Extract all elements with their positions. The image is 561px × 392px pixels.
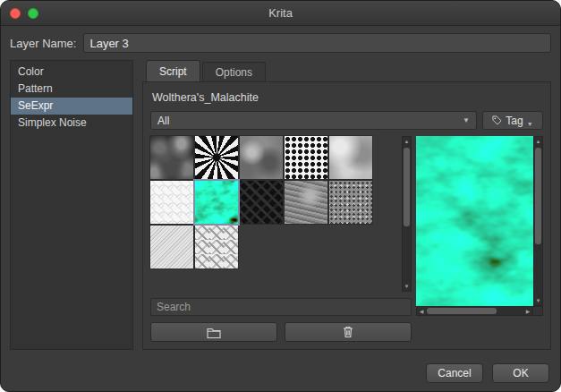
scroll-down-arrow-icon[interactable]: ▼ <box>403 282 411 291</box>
scroll-track[interactable] <box>534 146 542 296</box>
tag-filter-value: All <box>157 115 169 127</box>
main-area: Color Pattern SeExpr Simplex Noise Scrip… <box>1 60 560 355</box>
chevron-down-icon: ▼ <box>463 117 470 124</box>
pattern-thumbnail-herringbone[interactable] <box>195 226 238 268</box>
scrollbar-corner <box>533 306 543 316</box>
pattern-grid-vertical-scrollbar[interactable]: ▲ ▼ <box>402 136 412 292</box>
window-controls <box>10 1 38 25</box>
dialog-footer: Cancel OK <box>1 355 560 391</box>
tag-button[interactable]: Tag ▼ <box>482 111 543 130</box>
ok-button[interactable]: OK <box>492 363 549 383</box>
delete-resource-button[interactable] <box>285 322 412 342</box>
scroll-track[interactable] <box>426 307 523 315</box>
pattern-search-field[interactable] <box>150 298 412 316</box>
titlebar[interactable]: Krita <box>1 1 560 26</box>
trash-icon <box>343 326 353 338</box>
scroll-track[interactable] <box>403 146 411 282</box>
pattern-thumbnail-gray-clouds[interactable] <box>329 136 372 179</box>
pattern-preview-column: ▲ ▼ ◀ <box>416 136 543 316</box>
pattern-preview-image <box>416 136 533 306</box>
scroll-left-arrow-icon[interactable]: ◀ <box>417 307 426 315</box>
pattern-thumbnail-fine-diagonal[interactable] <box>150 226 193 268</box>
window-title: Krita <box>268 6 293 20</box>
krita-dialog: Krita Layer Name: Color Pattern SeExpr S… <box>0 0 561 392</box>
pattern-thumbnail-malachite[interactable] <box>195 181 238 224</box>
pattern-thumbnail-rough-gray[interactable] <box>285 181 327 224</box>
pattern-thumbnail-dark-marble[interactable] <box>150 136 193 179</box>
scroll-up-arrow-icon[interactable]: ▲ <box>534 137 542 146</box>
preview-horizontal-scrollbar[interactable]: ◀ ▶ <box>416 306 533 316</box>
pattern-actions-row <box>150 322 412 342</box>
search-input[interactable] <box>157 301 405 313</box>
pattern-grid-area: ▲ ▼ <box>150 136 412 292</box>
filter-row: All ▼ Tag ▼ <box>150 111 543 130</box>
scroll-right-arrow-icon[interactable]: ▶ <box>523 307 532 315</box>
tab-options[interactable]: Options <box>202 62 266 81</box>
seexpr-panel: Script Options Wolthera's_Malachite All … <box>142 60 551 350</box>
selected-pattern-name: Wolthera's_Malachite <box>152 91 541 104</box>
pattern-thumbnail-halftone-dots[interactable] <box>285 136 327 179</box>
pattern-thumbnail-kaleidoscope[interactable] <box>195 136 238 179</box>
generator-list: Color Pattern SeExpr Simplex Noise <box>10 60 133 350</box>
tab-script[interactable]: Script <box>146 60 200 81</box>
scroll-handle[interactable] <box>427 308 497 314</box>
cancel-button[interactable]: Cancel <box>426 363 483 383</box>
pattern-chooser: ▲ ▼ <box>150 136 543 342</box>
scroll-down-arrow-icon[interactable]: ▼ <box>534 296 542 305</box>
pattern-list-column: ▲ ▼ <box>150 136 412 342</box>
tag-menu-caret-icon: ▼ <box>527 121 533 127</box>
pattern-thumbnail-gray-grunge[interactable] <box>240 136 283 179</box>
folder-icon <box>207 327 221 338</box>
pattern-thumbnail-dark-weave[interactable] <box>240 181 283 224</box>
sidebar-item-seexpr[interactable]: SeExpr <box>11 98 132 115</box>
tab-bar: Script Options <box>142 60 551 81</box>
pattern-preview-area: ▲ ▼ <box>416 136 543 306</box>
pattern-thumbnail-speckle-noise[interactable] <box>329 181 372 224</box>
preview-vertical-scrollbar[interactable]: ▲ ▼ <box>533 136 543 306</box>
script-tab-content: Wolthera's_Malachite All ▼ Tag ▼ <box>142 81 551 350</box>
close-button[interactable] <box>10 8 21 19</box>
sidebar-item-color[interactable]: Color <box>11 64 132 81</box>
tag-button-label: Tag <box>506 115 523 127</box>
pattern-grid <box>150 136 402 292</box>
import-resource-button[interactable] <box>150 322 277 342</box>
layer-name-label: Layer Name: <box>10 37 76 50</box>
sidebar-item-simplex-noise[interactable]: Simplex Noise <box>11 115 132 132</box>
layer-name-input[interactable] <box>83 33 551 53</box>
sidebar-item-pattern[interactable]: Pattern <box>11 81 132 98</box>
scroll-handle[interactable] <box>535 148 541 244</box>
scroll-up-arrow-icon[interactable]: ▲ <box>403 137 411 146</box>
pattern-thumbnail-light-scales[interactable] <box>150 181 193 224</box>
zoom-button[interactable] <box>28 8 38 19</box>
layer-name-row: Layer Name: <box>1 26 560 60</box>
scroll-handle[interactable] <box>404 148 410 226</box>
tag-icon <box>492 115 502 125</box>
tag-filter-dropdown[interactable]: All ▼ <box>150 111 477 130</box>
preview-horizontal-scrollbar-row: ◀ ▶ <box>416 306 543 316</box>
malachite-thumbnail-image <box>195 181 238 224</box>
